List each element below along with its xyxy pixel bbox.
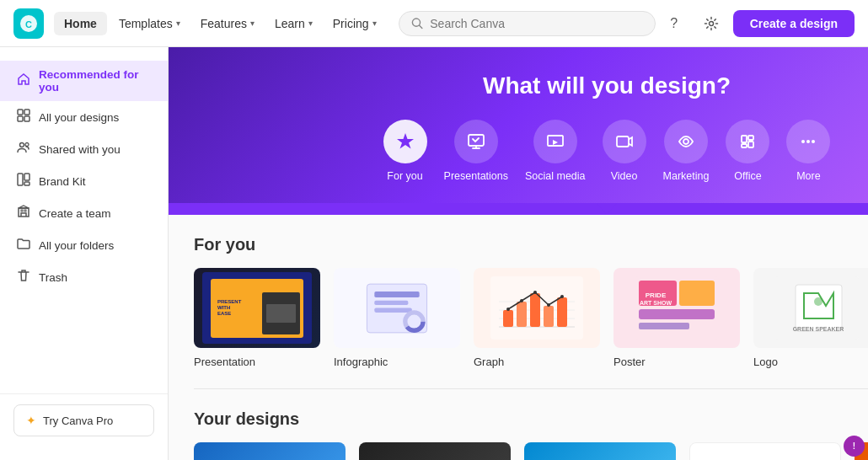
design-card-3[interactable]: CloudDevs Vetting Process xyxy=(524,442,676,460)
search-icon xyxy=(411,17,424,30)
content-area: For you PRESENTWITHEASE xyxy=(169,215,868,460)
card-thumb-poster: PRIDE ART SHOW xyxy=(613,268,740,348)
svg-line-3 xyxy=(419,25,421,28)
svg-point-24 xyxy=(801,140,805,143)
trash-icon xyxy=(17,269,30,286)
svg-rect-39 xyxy=(517,302,527,327)
svg-rect-42 xyxy=(557,297,567,327)
svg-point-26 xyxy=(812,140,815,143)
card-label-infographic: Infographic xyxy=(334,356,388,368)
svg-text:PRIDE: PRIDE xyxy=(646,292,667,299)
svg-rect-29 xyxy=(374,300,408,304)
nav-home[interactable]: Home xyxy=(54,12,107,35)
top-navigation: C Home Templates ▾ Features ▾ Learn ▾ Pr… xyxy=(0,0,868,47)
search-bar xyxy=(399,11,656,36)
help-icon: ? xyxy=(670,16,678,31)
video-circle xyxy=(603,120,646,163)
users-icon xyxy=(17,141,30,158)
svg-rect-52 xyxy=(639,323,689,329)
svg-rect-23 xyxy=(748,142,753,147)
design-type-presentations[interactable]: Presentations xyxy=(444,120,508,182)
design-thumb-5: Enrollment Process ! xyxy=(855,442,868,460)
sidebar-item-all-designs[interactable]: All your designs xyxy=(0,101,168,133)
svg-rect-8 xyxy=(24,116,29,121)
logo-svg: GREEN SPEAKER xyxy=(770,272,863,344)
svg-rect-16 xyxy=(24,210,26,211)
design-card-1[interactable]: CLOUDDEVS VETTING PROCESS xyxy=(194,442,346,460)
building-icon xyxy=(17,205,30,222)
svg-rect-56 xyxy=(796,285,842,331)
svg-text:ART SHOW: ART SHOW xyxy=(640,300,672,306)
card-label-graph: Graph xyxy=(474,356,504,368)
main-layout: Recommended for you All your designs xyxy=(0,47,868,460)
nav-actions: ? Create a design xyxy=(659,8,855,39)
sidebar-item-folders[interactable]: All your folders xyxy=(0,229,168,261)
design-card-4[interactable]: Our Vetting Process • Discovery • Interv… xyxy=(689,442,841,460)
svg-rect-11 xyxy=(18,174,23,185)
card-thumb-presentation: PRESENTWITHEASE xyxy=(194,268,320,348)
svg-text:C: C xyxy=(25,19,32,29)
svg-rect-13 xyxy=(24,182,29,185)
svg-rect-5 xyxy=(18,110,23,115)
sidebar-bottom: ✦ Try Canva Pro xyxy=(0,393,168,447)
try-canva-pro-button[interactable]: ✦ Try Canva Pro xyxy=(13,404,154,436)
folder-icon xyxy=(17,237,30,254)
design-card-5[interactable]: Enrollment Process ! xyxy=(855,442,868,460)
design-type-for-you[interactable]: For you xyxy=(383,120,427,182)
star-icon: ✦ xyxy=(26,414,36,427)
svg-rect-30 xyxy=(374,308,411,312)
sidebar-item-shared[interactable]: Shared with you xyxy=(0,133,168,165)
nav-templates[interactable]: Templates ▾ xyxy=(110,12,189,35)
settings-button[interactable] xyxy=(696,8,726,39)
sidebar: Recommended for you All your designs xyxy=(0,47,169,460)
design-type-marketing[interactable]: Marketing xyxy=(663,120,710,182)
design-type-social-media[interactable]: Social media xyxy=(525,120,586,182)
nav-pricing[interactable]: Pricing ▾ xyxy=(324,12,385,35)
hero-banner: Custom size What will you design? For yo… xyxy=(169,47,868,203)
search-input[interactable] xyxy=(430,17,642,30)
sidebar-item-brand[interactable]: Brand Kit xyxy=(0,165,168,197)
help-button[interactable]: ? xyxy=(659,8,689,39)
design-type-office[interactable]: Office xyxy=(726,120,769,182)
svg-rect-6 xyxy=(24,110,29,115)
card-presentation[interactable]: PRESENTWITHEASE Presentation xyxy=(194,268,320,368)
card-infographic[interactable]: Infographic xyxy=(334,268,460,368)
sidebar-item-team[interactable]: Create a team xyxy=(0,197,168,229)
svg-rect-18 xyxy=(617,136,629,147)
card-poster[interactable]: PRIDE ART SHOW Poster xyxy=(613,268,740,368)
brand-icon xyxy=(17,173,30,190)
design-cards-row: CLOUDDEVS VETTING PROCESS SCHOOL xyxy=(194,442,868,460)
sidebar-item-trash[interactable]: Trash xyxy=(0,261,168,293)
svg-rect-15 xyxy=(21,210,23,211)
design-type-more[interactable]: More xyxy=(786,120,830,182)
home-icon xyxy=(17,72,30,89)
card-thumb-infographic xyxy=(334,268,460,348)
design-card-2[interactable]: SCHOOL PROMOTION PANEL xyxy=(359,442,511,460)
design-thumb-2: SCHOOL PROMOTION PANEL xyxy=(359,442,511,460)
card-thumb-graph xyxy=(474,268,600,348)
gear-icon xyxy=(704,16,719,31)
svg-rect-50 xyxy=(679,281,715,306)
chevron-down-icon: ▾ xyxy=(250,19,255,28)
svg-rect-38 xyxy=(503,310,513,327)
sidebar-item-recommended[interactable]: Recommended for you xyxy=(0,61,168,101)
card-graph[interactable]: Graph xyxy=(474,268,600,368)
svg-point-19 xyxy=(683,139,689,144)
nav-features[interactable]: Features ▾ xyxy=(192,12,263,35)
for-you-title: For you xyxy=(194,235,868,254)
your-designs-section: Your designs CLOUDDEVS VETTING PROCESS xyxy=(169,389,868,460)
design-thumb-1: CLOUDDEVS VETTING PROCESS xyxy=(194,442,346,460)
office-circle xyxy=(726,120,769,163)
canva-logo[interactable]: C xyxy=(13,8,44,39)
design-type-video[interactable]: Video xyxy=(603,120,646,182)
main-content: Custom size What will you design? For yo… xyxy=(169,47,868,460)
nav-learn[interactable]: Learn ▾ xyxy=(266,12,321,35)
create-design-button[interactable]: Create a design xyxy=(733,10,855,37)
card-logo[interactable]: GREEN SPEAKER Logo xyxy=(753,268,868,368)
svg-rect-41 xyxy=(544,306,554,327)
chevron-down-icon: ▾ xyxy=(176,19,180,28)
svg-rect-22 xyxy=(742,144,747,147)
design-types-row: For you Presentations xyxy=(383,120,831,182)
svg-point-25 xyxy=(806,140,810,143)
card-thumb-logo: GREEN SPEAKER xyxy=(753,268,868,348)
